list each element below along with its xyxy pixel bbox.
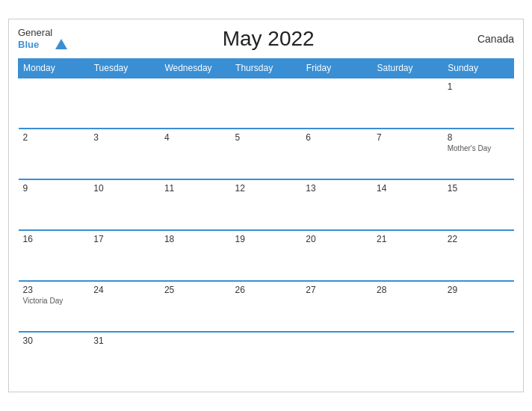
col-header-thursday: Thursday bbox=[231, 59, 302, 78]
day-number: 7 bbox=[377, 132, 439, 143]
calendar-day-cell: 28 bbox=[372, 281, 443, 332]
day-number: 8 bbox=[448, 132, 510, 143]
day-number: 17 bbox=[93, 234, 155, 244]
calendar-day-cell: 20 bbox=[301, 230, 372, 281]
day-number: 20 bbox=[306, 234, 368, 244]
calendar-day-cell bbox=[372, 332, 443, 383]
day-number: 10 bbox=[93, 183, 155, 194]
day-number: 23 bbox=[23, 285, 85, 295]
calendar-day-cell: 19 bbox=[231, 230, 302, 281]
calendar-day-cell bbox=[19, 78, 90, 129]
calendar-day-cell bbox=[301, 78, 372, 129]
calendar-day-cell: 7 bbox=[372, 129, 443, 179]
calendar-day-cell bbox=[160, 332, 231, 383]
day-number: 9 bbox=[23, 183, 85, 194]
day-number: 26 bbox=[235, 285, 297, 295]
calendar-day-cell: 31 bbox=[89, 332, 160, 383]
day-number: 3 bbox=[93, 132, 155, 143]
calendar-day-cell: 1 bbox=[443, 78, 514, 129]
calendar-day-cell: 27 bbox=[301, 281, 372, 332]
col-header-saturday: Saturday bbox=[372, 59, 443, 78]
day-number: 13 bbox=[306, 183, 368, 194]
day-number: 28 bbox=[377, 285, 439, 295]
logo: GeneralBlue bbox=[18, 27, 67, 50]
calendar-day-cell: 26 bbox=[231, 281, 302, 332]
calendar-week-row: 2345678Mother's Day bbox=[19, 129, 514, 179]
calendar-day-cell bbox=[372, 78, 443, 129]
col-header-wednesday: Wednesday bbox=[160, 59, 231, 78]
calendar-day-cell: 9 bbox=[19, 179, 90, 230]
day-number: 14 bbox=[377, 183, 439, 194]
col-header-sunday: Sunday bbox=[443, 59, 514, 78]
calendar-week-row: 3031 bbox=[19, 332, 514, 383]
calendar-day-cell: 15 bbox=[443, 179, 514, 230]
calendar-day-cell: 18 bbox=[160, 230, 231, 281]
day-number: 22 bbox=[448, 234, 510, 244]
calendar-week-row: 23Victoria Day242526272829 bbox=[19, 281, 514, 332]
day-number: 4 bbox=[164, 132, 226, 143]
calendar-day-cell bbox=[89, 78, 160, 129]
day-number: 16 bbox=[23, 234, 85, 244]
calendar-day-cell: 25 bbox=[160, 281, 231, 332]
calendar-day-cell: 3 bbox=[89, 129, 160, 179]
calendar-day-cell: 8Mother's Day bbox=[443, 129, 514, 179]
calendar-week-row: 9101112131415 bbox=[19, 179, 514, 230]
calendar-table: MondayTuesdayWednesdayThursdayFridaySatu… bbox=[18, 58, 514, 383]
col-header-monday: Monday bbox=[19, 59, 90, 78]
col-header-tuesday: Tuesday bbox=[89, 59, 160, 78]
calendar-day-cell: 5 bbox=[231, 129, 302, 179]
holiday-label: Mother's Day bbox=[448, 144, 510, 152]
day-number: 1 bbox=[448, 81, 510, 92]
calendar-day-cell bbox=[443, 332, 514, 383]
calendar-day-cell bbox=[301, 332, 372, 383]
day-number: 2 bbox=[23, 132, 85, 143]
day-number: 21 bbox=[377, 234, 439, 244]
calendar-day-cell bbox=[231, 332, 302, 383]
calendar-day-cell: 29 bbox=[443, 281, 514, 332]
calendar-day-cell: 21 bbox=[372, 230, 443, 281]
calendar-day-cell: 2 bbox=[19, 129, 90, 179]
calendar-day-cell bbox=[231, 78, 302, 129]
calendar-header-row: MondayTuesdayWednesdayThursdayFridaySatu… bbox=[19, 59, 514, 78]
calendar-day-cell: 24 bbox=[89, 281, 160, 332]
calendar-day-cell: 23Victoria Day bbox=[19, 281, 90, 332]
calendar-day-cell: 13 bbox=[301, 179, 372, 230]
calendar-day-cell: 22 bbox=[443, 230, 514, 281]
month-title: May 2022 bbox=[67, 27, 469, 51]
calendar-week-row: 1 bbox=[19, 78, 514, 129]
calendar-day-cell: 11 bbox=[160, 179, 231, 230]
country-label: Canada bbox=[469, 33, 514, 45]
calendar-day-cell: 6 bbox=[301, 129, 372, 179]
logo-text: GeneralBlue bbox=[18, 27, 52, 50]
calendar-day-cell: 30 bbox=[19, 332, 90, 383]
calendar-day-cell: 17 bbox=[89, 230, 160, 281]
calendar-day-cell: 16 bbox=[19, 230, 90, 281]
day-number: 15 bbox=[448, 183, 510, 194]
day-number: 25 bbox=[164, 285, 226, 295]
day-number: 11 bbox=[164, 183, 226, 194]
day-number: 24 bbox=[93, 285, 155, 295]
calendar-body: 12345678Mother's Day91011121314151617181… bbox=[19, 78, 514, 383]
holiday-label: Victoria Day bbox=[23, 297, 85, 305]
calendar-day-cell: 4 bbox=[160, 129, 231, 179]
day-number: 27 bbox=[306, 285, 368, 295]
day-number: 19 bbox=[235, 234, 297, 244]
day-number: 6 bbox=[306, 132, 368, 143]
day-number: 18 bbox=[164, 234, 226, 244]
calendar-day-cell bbox=[160, 78, 231, 129]
day-number: 29 bbox=[448, 285, 510, 295]
calendar-day-cell: 14 bbox=[372, 179, 443, 230]
col-header-friday: Friday bbox=[301, 59, 372, 78]
calendar-day-cell: 12 bbox=[231, 179, 302, 230]
day-number: 5 bbox=[235, 132, 297, 143]
day-number: 12 bbox=[235, 183, 297, 194]
day-number: 31 bbox=[93, 336, 155, 346]
day-number: 30 bbox=[23, 336, 85, 346]
logo-icon bbox=[55, 39, 67, 49]
calendar-header: GeneralBlue May 2022 Canada bbox=[18, 27, 514, 51]
calendar-week-row: 16171819202122 bbox=[19, 230, 514, 281]
calendar-day-cell: 10 bbox=[89, 179, 160, 230]
calendar: GeneralBlue May 2022 Canada MondayTuesda… bbox=[8, 19, 524, 392]
